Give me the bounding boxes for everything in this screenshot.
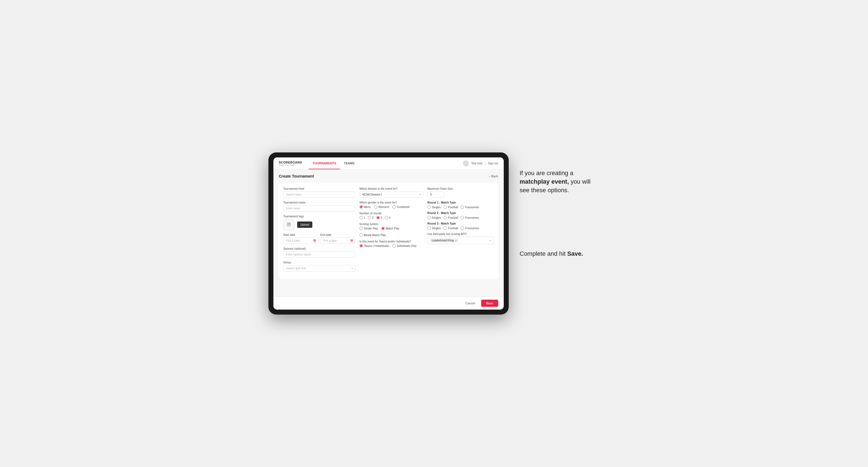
gender-group: Which gender is the event for? Mens Wome…	[360, 201, 423, 209]
tournament-host-input[interactable]	[283, 191, 355, 198]
start-date-wrap: 📅	[283, 238, 318, 244]
cancel-button[interactable]: Cancel	[462, 300, 478, 307]
upload-button[interactable]: Upload	[297, 221, 313, 228]
division-group: Which division is the event for? NCAA Di…	[360, 187, 423, 198]
round3-match-type-radios: Singles Fourball Foursomes	[428, 226, 494, 230]
rounds-group: Number of rounds 1 2	[360, 212, 423, 219]
tablet-screen: SCOREBOARD Powered by clippit TOURNAMENT…	[273, 157, 504, 310]
scoring-label: Scoring system	[360, 223, 423, 226]
sponsor-group: Sponsor (optional)	[283, 247, 355, 258]
venue-group: Venue ▾	[283, 261, 355, 272]
api-label: Use third-party live scoring API?	[428, 232, 494, 236]
individuals-option[interactable]: Individuals Only	[393, 244, 416, 247]
avatar	[463, 160, 469, 166]
venue-input-wrap: ▾	[283, 265, 355, 272]
save-button[interactable]: Save	[481, 300, 498, 307]
rounds-radio-group: 1 2 3	[360, 216, 423, 219]
start-date-group: Start date 📅	[283, 234, 318, 244]
round2-singles[interactable]: Singles	[428, 216, 441, 219]
teams-option[interactable]: Teams (+Individuals)	[360, 244, 390, 247]
form-left-column: Tournament Host Tournament name Tourname…	[283, 187, 355, 275]
tournament-logo-group: Tournament logo Upload	[283, 215, 355, 230]
tournament-host-label: Tournament Host	[283, 187, 355, 190]
round1-match-type-radios: Singles Fourball Foursomes	[428, 206, 494, 209]
tournament-name-group: Tournament name	[283, 201, 355, 212]
teams-label: Is this event for Teams and/or Individua…	[360, 240, 423, 243]
scoring-radio-group: Stroke Play Match Play Medal Match Play	[360, 227, 423, 237]
back-button[interactable]: ‹ Back	[489, 175, 498, 178]
api-dropdown-icon: ▾	[490, 239, 491, 242]
tournament-host-group: Tournament Host	[283, 187, 355, 198]
round-2[interactable]: 2	[368, 216, 374, 219]
scoring-stroke[interactable]: Stroke Play	[360, 227, 378, 230]
scoring-medal[interactable]: Medal Match Play	[360, 234, 386, 237]
end-date-group: End date 📅	[320, 234, 355, 244]
page-title: Create Tournament	[279, 174, 314, 178]
round2-match-type-radios: Singles Fourball Foursomes	[428, 216, 494, 219]
user-name: Test User	[471, 162, 483, 165]
date-group: Start date 📅 End date	[283, 234, 355, 244]
sign-out-link[interactable]: Sign out	[488, 162, 498, 165]
annotation-bottom-text: Complete and hit Save.	[520, 250, 597, 258]
round-1[interactable]: 1	[360, 216, 365, 219]
create-tournament-form: Tournament Host Tournament name Tourname…	[279, 183, 498, 279]
teams-group: Is this event for Teams and/or Individua…	[360, 240, 423, 247]
round-3[interactable]: 3	[376, 216, 382, 219]
nav-bar: SCOREBOARD Powered by clippit TOURNAMENT…	[273, 157, 504, 169]
start-date-label: Start date	[283, 234, 318, 237]
app-logo: SCOREBOARD Powered by clippit	[279, 161, 302, 166]
teams-radio-group: Teams (+Individuals) Individuals Only	[360, 244, 423, 247]
rounds-label: Number of rounds	[360, 212, 423, 215]
max-team-size-label: Maximum Team Size	[428, 187, 494, 190]
round3-fourball[interactable]: Fourball	[443, 226, 458, 230]
round1-match-type-section: Round 1 - Match Type Singles Fourball	[428, 201, 494, 209]
nav-right: Test User | Sign out	[463, 160, 498, 166]
api-tag: Leaderboard King ✕	[430, 238, 459, 243]
max-team-size-input[interactable]	[428, 191, 444, 198]
round3-match-type-section: Round 3 - Match Type Singles Fourball	[428, 222, 494, 230]
scoring-match[interactable]: Match Play	[381, 227, 399, 230]
chevron-down-icon: ▾	[351, 267, 353, 270]
tournament-name-input[interactable]	[283, 205, 355, 212]
round1-fourball[interactable]: Fourball	[443, 206, 458, 209]
end-date-wrap: 📅	[320, 238, 355, 244]
sponsor-input[interactable]	[283, 251, 355, 258]
round3-foursomes[interactable]: Foursomes	[461, 226, 479, 230]
calendar-icon-2: 📅	[350, 239, 353, 242]
sponsor-label: Sponsor (optional)	[283, 247, 355, 250]
round3-match-type-label: Round 3 - Match Type	[428, 222, 494, 225]
tablet-device: SCOREBOARD Powered by clippit TOURNAMENT…	[269, 152, 509, 315]
annotation-area: If you are creating a matchplay event, y…	[520, 152, 600, 258]
scoring-group: Scoring system Stroke Play Match Play	[360, 223, 423, 237]
round-4[interactable]: 4	[385, 216, 391, 219]
gender-mens[interactable]: Mens	[360, 205, 371, 209]
venue-label: Venue	[283, 261, 355, 264]
gender-womens[interactable]: Womens	[374, 205, 389, 209]
image-icon	[286, 222, 291, 227]
venue-input[interactable]	[283, 265, 355, 272]
form-footer: Cancel Save	[273, 297, 504, 310]
form-right-column: Maximum Team Size Round 1 - Match Type S…	[428, 187, 494, 275]
nav-tab-teams[interactable]: TEAMS	[340, 157, 359, 169]
logo-upload-area: Upload	[283, 219, 355, 230]
round3-singles[interactable]: Singles	[428, 226, 441, 230]
division-select-wrap: NCAA Division I NCAA Division II NAIA Ot…	[360, 191, 423, 198]
round1-match-type-label: Round 1 - Match Type	[428, 201, 494, 204]
tournament-name-label: Tournament name	[283, 201, 355, 204]
logo-sub: Powered by clippit	[279, 164, 302, 166]
division-select[interactable]: NCAA Division I NCAA Division II NAIA Ot…	[360, 191, 423, 198]
max-team-size-group: Maximum Team Size	[428, 187, 494, 198]
api-tag-close-icon[interactable]: ✕	[455, 239, 457, 242]
round2-foursomes[interactable]: Foursomes	[461, 216, 479, 219]
nav-tab-tournaments[interactable]: TOURNAMENTS	[309, 157, 340, 169]
round2-fourball[interactable]: Fourball	[443, 216, 458, 219]
round1-singles[interactable]: Singles	[428, 206, 441, 209]
gender-combined[interactable]: Combined	[393, 205, 409, 209]
page-content: Create Tournament ‹ Back Tournament Host	[273, 169, 504, 297]
api-select[interactable]: Leaderboard King ✕ ▾	[428, 237, 494, 244]
division-label: Which division is the event for?	[360, 187, 423, 190]
tournament-logo-label: Tournament logo	[283, 215, 355, 218]
round1-foursomes[interactable]: Foursomes	[461, 206, 479, 209]
annotation-top-text: If you are creating a matchplay event, y…	[520, 169, 597, 194]
date-row: Start date 📅 End date	[283, 234, 355, 244]
